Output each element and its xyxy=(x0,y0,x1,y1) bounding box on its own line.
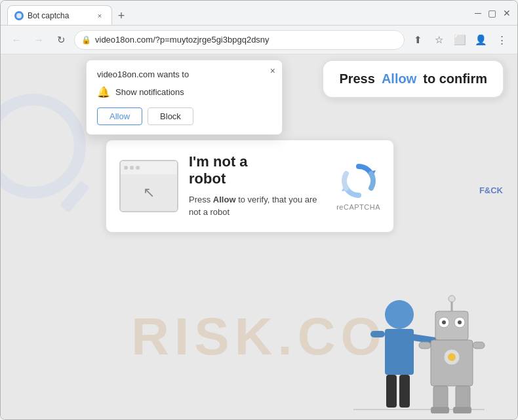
fck-label: F&CK xyxy=(479,185,503,195)
close-icon[interactable]: ✕ xyxy=(503,8,511,18)
recaptcha-icon xyxy=(339,161,378,200)
popup-permission-row: 🔔 Show notifications xyxy=(97,86,271,98)
illustration xyxy=(334,236,504,419)
press-text: Press xyxy=(339,71,375,86)
allow-button[interactable]: Allow xyxy=(97,107,142,125)
popup-title: video18on.com wants to xyxy=(97,69,271,79)
notification-popup: × video18on.com wants to 🔔 Show notifica… xyxy=(86,60,283,135)
svg-point-16 xyxy=(448,296,455,302)
block-button[interactable]: Block xyxy=(148,107,193,125)
refresh-button[interactable]: ↻ xyxy=(52,31,70,49)
svg-rect-23 xyxy=(453,407,471,413)
popup-permission-text: Show notifications xyxy=(115,87,184,97)
recaptcha-label: reCAPTCHA xyxy=(336,203,380,211)
cursor-icon: ↖ xyxy=(143,184,155,201)
tab-area: Bot captcha × + xyxy=(7,1,130,25)
svg-rect-22 xyxy=(431,407,449,413)
tab-favicon xyxy=(14,11,24,20)
restore-icon[interactable]: ▢ xyxy=(488,8,496,18)
profile-icon[interactable]: 👤 xyxy=(471,31,490,49)
svg-rect-25 xyxy=(419,342,431,349)
svg-rect-24 xyxy=(473,342,485,349)
captcha-box: ↖ I'm not a robot Press Allow to verify,… xyxy=(106,140,394,233)
tab-title: Bot captcha xyxy=(28,11,69,20)
back-button[interactable]: ← xyxy=(7,31,26,49)
bg-magnifier-decoration xyxy=(1,94,86,199)
allow-highlight-text: Allow xyxy=(382,71,416,86)
nav-icons: ⬆ ☆ ⬜ 👤 ⋮ xyxy=(408,31,511,49)
svg-point-13 xyxy=(442,320,446,324)
svg-rect-21 xyxy=(456,386,470,410)
tab-close-button[interactable]: × xyxy=(94,10,105,21)
bell-icon: 🔔 xyxy=(97,86,110,98)
mockup-dot-1 xyxy=(124,166,128,170)
svg-point-0 xyxy=(16,13,22,18)
menu-icon[interactable]: ⋮ xyxy=(492,31,511,49)
title-bar: Bot captcha × + ─ ▢ ✕ xyxy=(1,1,517,26)
mockup-dot-2 xyxy=(130,166,134,170)
svg-rect-20 xyxy=(433,386,448,410)
mockup-body: ↖ xyxy=(121,174,177,211)
captcha-desc: Press Allow to verify, that you are not … xyxy=(189,193,326,219)
mockup-dot-3 xyxy=(136,166,140,170)
press-allow-bubble: Press Allow to confirm xyxy=(322,60,504,98)
nav-bar: ← → ↻ 🔒 video18on.com/?p=muytozjrge5gi3b… xyxy=(1,26,517,54)
svg-point-4 xyxy=(385,300,414,329)
browser-mockup-icon: ↖ xyxy=(119,160,178,212)
captcha-text-area: I'm not a robot Press Allow to verify, t… xyxy=(189,153,326,219)
share-icon[interactable]: ⬆ xyxy=(408,31,427,49)
recaptcha-logo: reCAPTCHA xyxy=(336,161,380,211)
address-bar[interactable]: 🔒 video18on.com/?p=muytozjrge5gi3bpgq2ds… xyxy=(74,30,405,50)
extension-icon[interactable]: ⬜ xyxy=(450,31,469,49)
svg-rect-8 xyxy=(386,375,397,408)
url-text: video18on.com/?p=muytozjrge5gi3bpgq2dsny xyxy=(95,35,269,45)
popup-buttons: Allow Block xyxy=(97,107,271,125)
mockup-bar xyxy=(121,161,177,174)
svg-rect-5 xyxy=(385,329,414,375)
lock-icon: 🔒 xyxy=(81,35,91,45)
minimize-icon[interactable]: ─ xyxy=(475,8,481,18)
active-tab[interactable]: Bot captcha × xyxy=(7,5,112,25)
new-tab-button[interactable]: + xyxy=(112,7,130,25)
not-robot-title: I'm not a robot xyxy=(189,153,326,188)
svg-point-14 xyxy=(458,320,462,324)
popup-close-button[interactable]: × xyxy=(270,66,275,76)
confirm-text: to confirm xyxy=(423,71,487,86)
content-area: RISK.CO × video18on.com wants to 🔔 Show … xyxy=(1,54,517,419)
bookmark-icon[interactable]: ☆ xyxy=(429,31,448,49)
forward-button[interactable]: → xyxy=(30,31,48,49)
svg-rect-6 xyxy=(370,331,385,337)
svg-point-19 xyxy=(448,353,456,361)
browser-window: Bot captcha × + ─ ▢ ✕ ← → ↻ 🔒 video18on.… xyxy=(0,0,518,420)
svg-rect-9 xyxy=(399,375,410,408)
